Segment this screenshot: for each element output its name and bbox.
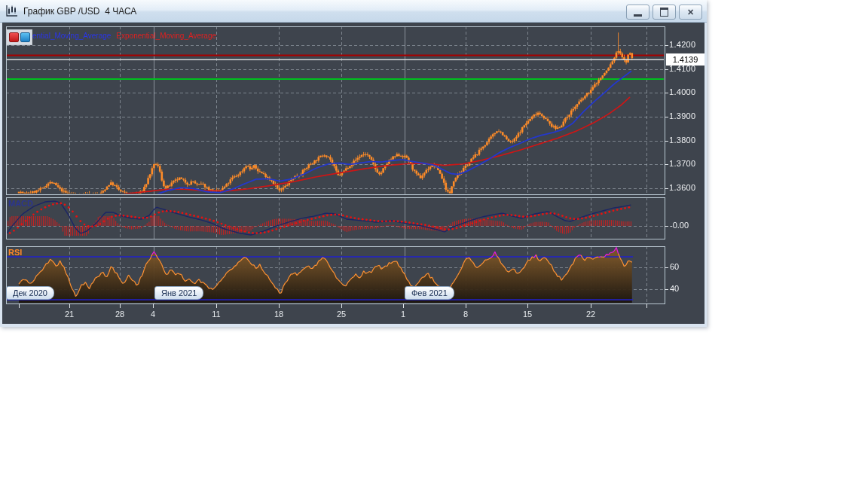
legend-ma-blue-label: ential_Moving_Average <box>32 32 111 40</box>
red-indicator-swatch-button[interactable] <box>9 32 19 42</box>
rsi-pane-label: RSI <box>8 248 22 257</box>
macd-zero-label: -0.00 <box>670 221 689 230</box>
price-axis-label: 1.3900 <box>669 111 695 120</box>
date-axis-label: 1 <box>393 310 413 319</box>
date-axis-label: 8 <box>456 310 475 319</box>
minimize-icon <box>634 14 642 17</box>
month-label: Дек 2020 <box>6 286 54 300</box>
date-axis-label: 18 <box>269 310 289 319</box>
indicator-legend: ential_Moving_Average Exponential_Moving… <box>32 32 216 40</box>
month-label: Янв 2021 <box>154 286 203 300</box>
indicator-toolbar <box>6 29 32 45</box>
window-titlebar[interactable]: График GBP /USD 4 ЧАСА ✕ <box>0 0 707 23</box>
date-axis-label: 22 <box>581 310 601 319</box>
desktop-background: ential_Moving_Average Exponential_Moving… <box>0 0 868 488</box>
price-axis-label: 1.3700 <box>669 159 695 168</box>
window-title: График GBP /USD 4 ЧАСА <box>23 6 136 17</box>
close-button[interactable]: ✕ <box>679 5 702 20</box>
date-axis-label: 25 <box>332 310 351 319</box>
price-axis-label: 1.3800 <box>669 136 695 145</box>
maximize-icon <box>660 8 668 17</box>
macd-pane-label: MACD <box>8 199 33 208</box>
maximize-button[interactable] <box>653 5 676 20</box>
date-axis-label: 4 <box>143 310 163 319</box>
chart-window: ential_Moving_Average Exponential_Moving… <box>0 0 707 327</box>
close-icon: ✕ <box>687 8 694 17</box>
price-axis-label: 1.4000 <box>669 87 695 96</box>
rsi-level-label: 60 <box>670 262 679 271</box>
date-axis-label: 11 <box>206 310 226 319</box>
minimize-button[interactable] <box>626 5 649 20</box>
rsi-level-label: 40 <box>670 284 679 293</box>
price-axis-label: 1.3600 <box>669 183 695 192</box>
legend-ma-red-label: Exponential_Moving_Average <box>116 32 216 40</box>
price-axis-label: 1.4100 <box>669 64 695 73</box>
date-axis-label: 21 <box>60 310 79 319</box>
date-axis-label: 28 <box>110 310 130 319</box>
chart-app-icon <box>5 5 18 17</box>
price-axis-label: 1.4200 <box>669 40 695 49</box>
chart-overlay: ential_Moving_Average Exponential_Moving… <box>0 0 707 327</box>
month-label: Фев 2021 <box>405 286 454 300</box>
blue-indicator-swatch-button[interactable] <box>20 32 30 42</box>
window-controls: ✕ <box>626 5 702 20</box>
date-axis-label: 15 <box>518 310 537 319</box>
